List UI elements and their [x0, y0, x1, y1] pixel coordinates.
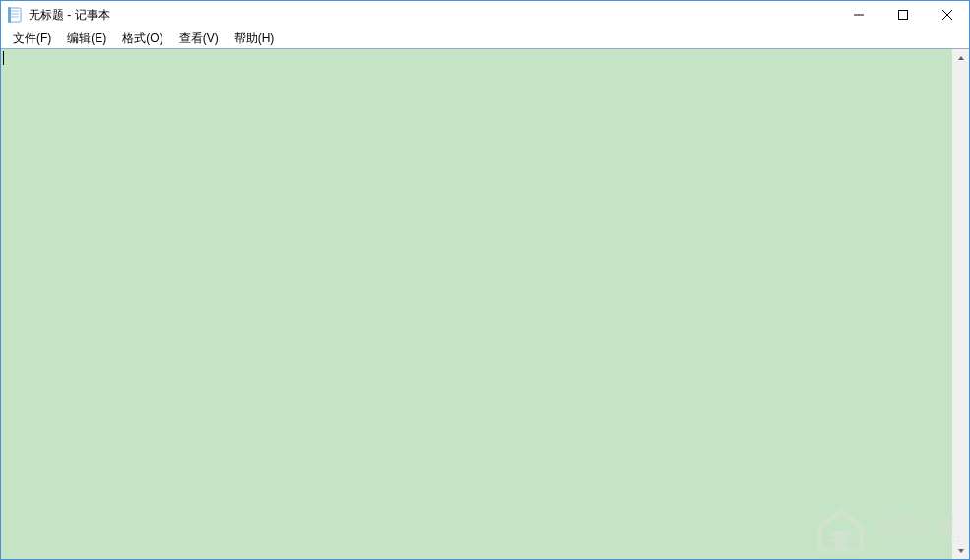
- notepad-window: 无标题 - 记事本 文件(F) 编辑(E) 格式(O) 查看(V) 帮助(H): [0, 0, 970, 560]
- menu-file[interactable]: 文件(F): [5, 29, 59, 49]
- close-button[interactable]: [925, 1, 969, 29]
- titlebar[interactable]: 无标题 - 记事本: [1, 1, 969, 29]
- svg-rect-4: [8, 7, 11, 23]
- text-cursor: [3, 51, 4, 65]
- menu-format[interactable]: 格式(O): [114, 29, 170, 49]
- vertical-scrollbar[interactable]: [952, 49, 969, 559]
- menu-view[interactable]: 查看(V): [171, 29, 226, 49]
- scroll-down-arrow[interactable]: [952, 542, 969, 559]
- menu-edit[interactable]: 编辑(E): [59, 29, 114, 49]
- editor-container: [1, 48, 969, 559]
- menu-help[interactable]: 帮助(H): [226, 29, 283, 49]
- scroll-up-arrow[interactable]: [952, 49, 969, 66]
- menubar: 文件(F) 编辑(E) 格式(O) 查看(V) 帮助(H): [1, 29, 969, 48]
- svg-marker-10: [958, 549, 964, 553]
- titlebar-left: 无标题 - 记事本: [7, 7, 110, 24]
- window-controls: [836, 1, 969, 29]
- maximize-button[interactable]: [880, 1, 925, 29]
- text-editor[interactable]: [1, 49, 952, 559]
- minimize-button[interactable]: [836, 1, 880, 29]
- window-title: 无标题 - 记事本: [29, 7, 110, 24]
- svg-marker-9: [958, 56, 964, 60]
- notepad-icon: [7, 7, 23, 23]
- svg-rect-6: [898, 11, 907, 20]
- scroll-track[interactable]: [952, 66, 969, 542]
